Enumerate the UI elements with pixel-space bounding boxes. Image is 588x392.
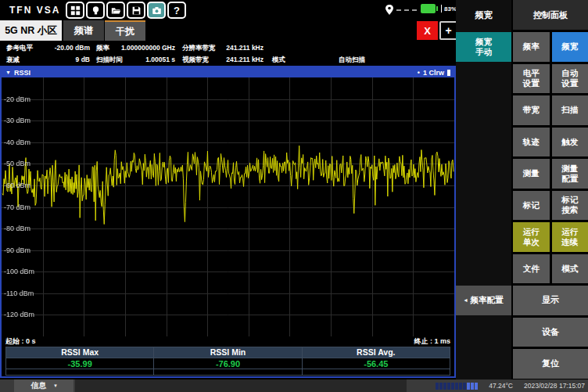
y-axis-label: -100 dBm bbox=[4, 268, 34, 275]
help-icon[interactable]: ? bbox=[167, 2, 186, 19]
param-value[interactable]: 241.211 kHz bbox=[217, 54, 264, 65]
control-button-marker-search[interactable]: 标记 搜索 bbox=[552, 191, 588, 221]
progress-segment bbox=[463, 383, 466, 390]
rssi-window: ▼ RSSI • 1 Clrw -20 dBm-30 dBm-40 dBm-50… bbox=[0, 66, 456, 378]
progress-segment bbox=[471, 383, 474, 390]
control-button-run-single[interactable]: 运行 单次 bbox=[513, 222, 550, 252]
stats-value-row: -35.99-76.90-56.45 bbox=[6, 358, 450, 369]
trace-mode-label: 1 Clrw bbox=[423, 69, 444, 77]
param-label: 分辨率带宽 bbox=[182, 42, 216, 53]
param-value[interactable]: 自动扫描 bbox=[308, 54, 365, 65]
param-label: 频率 bbox=[96, 42, 109, 53]
progress-segment bbox=[455, 383, 458, 390]
brand-logo: TFN VSA bbox=[9, 5, 60, 16]
close-tab-button[interactable]: X bbox=[417, 21, 438, 40]
control-button-file[interactable]: 文件 bbox=[513, 254, 550, 284]
param-label: 视频带宽 bbox=[182, 54, 209, 65]
control-button-level-settings[interactable]: 电平 设置 bbox=[513, 64, 550, 94]
rssi-stats-table: RSSI MaxRSSI MinRSSI Avg. -35.99-76.90-5… bbox=[5, 347, 450, 376]
y-axis-label: -30 dBm bbox=[4, 117, 30, 124]
control-button-grid: 频率频宽电平 设置自动 设置带宽扫描轨迹触发测量测量 配置标记标记 搜索运行 单… bbox=[513, 32, 588, 283]
param-value[interactable]: -20.00 dBm bbox=[39, 42, 90, 53]
camera-icon[interactable] bbox=[147, 2, 166, 19]
toolbar: ? bbox=[66, 2, 186, 19]
control-button-span[interactable]: 频宽 bbox=[552, 32, 588, 62]
param-value[interactable]: 1.00051 s bbox=[114, 54, 175, 65]
tab-row: 5G NR 小区 频谱 干扰 X + bbox=[0, 20, 456, 41]
y-axis-label: -80 dBm bbox=[4, 225, 30, 232]
control-button-device[interactable]: 设备 bbox=[513, 318, 588, 347]
tab-spectrum[interactable]: 频谱 bbox=[63, 20, 104, 41]
param-label: 参考电平 bbox=[6, 42, 33, 53]
y-axis-label: -120 dBm bbox=[4, 311, 34, 318]
battery-indicator: 83% bbox=[421, 4, 457, 13]
control-panel: 控制面板 频率频宽电平 设置自动 设置带宽扫描轨迹触发测量测量 配置标记标记 搜… bbox=[513, 0, 588, 379]
control-button-run-continuous[interactable]: 运行 连续 bbox=[552, 222, 588, 252]
y-axis-label: -50 dBm bbox=[4, 160, 30, 167]
softkey-frequency-config[interactable]: ◂ 频率配置 bbox=[456, 286, 511, 315]
control-button-reset[interactable]: 复位 bbox=[513, 349, 588, 379]
control-button-measure[interactable]: 测量 bbox=[513, 159, 550, 189]
rssi-chart: -20 dBm-30 dBm-40 dBm-50 dBm-60 dBm-70 d… bbox=[2, 77, 454, 336]
param-value[interactable]: 1.000000000 GHz bbox=[114, 42, 175, 53]
softkey-span-manual[interactable]: 频宽 手动 bbox=[456, 32, 511, 62]
y-axis-label: -90 dBm bbox=[4, 246, 30, 254]
progress-segment bbox=[467, 383, 470, 390]
control-button-mode[interactable]: 模式 bbox=[552, 254, 588, 284]
control-button-trace[interactable]: 轨迹 bbox=[513, 128, 550, 157]
control-button-frequency[interactable]: 频率 bbox=[513, 32, 550, 62]
folder-open-icon[interactable] bbox=[106, 2, 125, 19]
tab-interference[interactable]: 干扰 bbox=[105, 20, 145, 41]
tab-5g-nr-cell[interactable]: 5G NR 小区 bbox=[0, 20, 62, 41]
control-button-display[interactable]: 显示 bbox=[513, 286, 588, 315]
param-value[interactable]: 9 dB bbox=[39, 54, 90, 65]
gps-indicator bbox=[385, 4, 417, 16]
softkey-menu: 频宽 频宽 手动 ◂ 频率配置 bbox=[456, 0, 511, 379]
control-button-trigger[interactable]: 触发 bbox=[552, 128, 588, 157]
sidebar: 频宽 频宽 手动 ◂ 频率配置 控制面板 频率频宽电平 设置自动 设置带宽扫描轨… bbox=[456, 0, 588, 379]
table-header-cell: RSSI Avg. bbox=[303, 347, 450, 358]
y-axis-label: -20 dBm bbox=[4, 95, 30, 103]
save-icon[interactable] bbox=[127, 2, 145, 19]
info-dropdown[interactable]: 信息 ▾ bbox=[14, 379, 74, 392]
table-header-cell: RSSI Min bbox=[154, 347, 302, 358]
windows-icon[interactable] bbox=[66, 2, 84, 19]
control-button-measure-config[interactable]: 测量 配置 bbox=[552, 159, 588, 189]
rssi-window-title: RSSI bbox=[14, 69, 30, 77]
topbar: TFN VSA ? 83% bbox=[0, 0, 456, 20]
measurement-params: 参考电平-20.00 dBm频率1.000000000 GHz分辨率带宽241.… bbox=[0, 41, 456, 66]
y-axis-label: -40 dBm bbox=[4, 138, 30, 146]
datetime-readout: 2023/02/28 17:15:07 bbox=[524, 382, 585, 390]
add-tab-button[interactable]: + bbox=[439, 21, 457, 40]
control-button-sweep[interactable]: 扫描 bbox=[552, 95, 588, 125]
sweep-stop-label: 终止 : 1 ms bbox=[414, 336, 450, 347]
param-row-1: 参考电平-20.00 dBm频率1.000000000 GHz分辨率带宽241.… bbox=[0, 42, 456, 54]
rssi-trace-canvas[interactable] bbox=[2, 77, 454, 336]
table-header-cell: RSSI Max bbox=[6, 347, 154, 358]
table-value-cell: -76.90 bbox=[154, 358, 302, 369]
control-button-marker[interactable]: 标记 bbox=[513, 191, 550, 221]
control-button-bandwidth[interactable]: 带宽 bbox=[513, 95, 550, 125]
stats-header-row: RSSI MaxRSSI MinRSSI Avg. bbox=[6, 347, 450, 358]
marker-dot: • bbox=[418, 69, 420, 77]
gps-signal-dashes bbox=[396, 9, 417, 11]
table-value-cell: -35.99 bbox=[6, 358, 154, 369]
table-value-cell: -56.45 bbox=[303, 358, 450, 369]
vsa-screen: TFN VSA ? 83% bbox=[0, 0, 588, 392]
control-wide-buttons: 显示设备复位 bbox=[513, 286, 588, 379]
param-row-2: 衰减9 dB扫描时间1.00051 s视频带宽241.211 kHz模式自动扫描 bbox=[0, 54, 456, 66]
param-label: 模式 bbox=[272, 54, 285, 65]
progress-segment bbox=[475, 383, 478, 390]
y-axis-label: -60 dBm bbox=[4, 182, 30, 189]
param-value[interactable]: 241.211 kHz bbox=[217, 42, 264, 53]
progress-segment bbox=[451, 383, 454, 390]
control-button-auto-settings[interactable]: 自动 设置 bbox=[552, 64, 588, 94]
progress-segment bbox=[439, 383, 443, 390]
collapse-icon[interactable]: ▼ bbox=[5, 70, 11, 75]
table-empty-cell bbox=[6, 369, 154, 375]
param-label: 衰减 bbox=[6, 54, 20, 65]
statusbar: 信息 ▾ 47.24°C 2023/02/28 17:15:07 bbox=[0, 379, 588, 392]
bulb-icon[interactable] bbox=[86, 2, 105, 19]
progress-segment bbox=[459, 383, 462, 390]
battery-percent: 83% bbox=[444, 5, 457, 13]
